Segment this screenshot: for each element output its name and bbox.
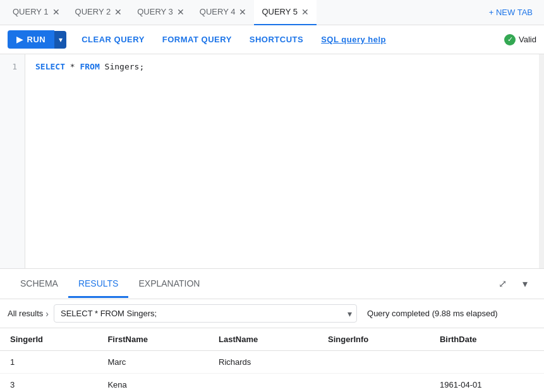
run-dropdown-button[interactable]: ▾ — [54, 31, 66, 49]
sql-help-button[interactable]: SQL query help — [313, 30, 394, 49]
editor-scrollbar[interactable] — [539, 54, 544, 268]
tab-results[interactable]: RESULTS — [68, 271, 129, 298]
close-tab-2-icon[interactable]: ✕ — [114, 7, 122, 17]
table-cell-firstname: Marc — [97, 351, 209, 374]
table-cell-singerinfo — [318, 351, 430, 374]
clear-query-button[interactable]: CLEAR QUERY — [74, 30, 152, 49]
tab-query-3-label: QUERY 3 — [137, 7, 173, 16]
col-singerid: SingerId — [0, 328, 97, 351]
expand-icon[interactable]: ⤢ — [493, 275, 511, 293]
table-cell-singerid: 1 — [0, 351, 97, 374]
col-firstname: FirstName — [97, 328, 209, 351]
collapse-icon[interactable]: ▾ — [516, 275, 534, 293]
col-singerinfo: SingerInfo — [318, 328, 430, 351]
close-tab-3-icon[interactable]: ✕ — [177, 7, 184, 17]
table-cell-singerid: 3 — [0, 374, 97, 393]
kw-from: FROM — [80, 62, 99, 71]
all-results-label: All results — [8, 309, 43, 318]
table-header-row: SingerId FirstName LastName SingerInfo B… — [0, 328, 544, 351]
valid-badge: ✓ Valid — [504, 34, 536, 45]
line-number-1: 1 — [8, 61, 17, 74]
tab-query-1[interactable]: QUERY 1 ✕ — [5, 0, 68, 25]
table-cell-firstname: Kena — [97, 374, 209, 393]
close-tab-5-icon[interactable]: ✕ — [301, 7, 309, 17]
data-table: SingerId FirstName LastName SingerInfo B… — [0, 328, 544, 392]
table-cell-birthdate — [430, 351, 544, 374]
all-results-chevron-icon: › — [45, 309, 49, 319]
table-row: 1MarcRichards — [0, 351, 544, 374]
run-play-icon: ▶ — [16, 35, 23, 44]
new-tab-button[interactable]: + NEW TAB — [483, 5, 539, 20]
code-editor[interactable]: SELECT * FROM Singers; — [25, 54, 544, 268]
tab-query-3[interactable]: QUERY 3 ✕ — [130, 0, 192, 25]
results-tabs: SCHEMA RESULTS EXPLANATION ⤢ ▾ — [0, 269, 544, 299]
table-row: 3Kena1961-04-01 — [0, 374, 544, 393]
run-chevron-icon: ▾ — [59, 35, 63, 44]
tab-results-label: RESULTS — [78, 278, 119, 288]
results-table: SingerId FirstName LastName SingerInfo B… — [0, 328, 544, 392]
code-star: * — [70, 62, 80, 71]
line-numbers: 1 — [0, 54, 25, 268]
tab-bar: QUERY 1 ✕ QUERY 2 ✕ QUERY 3 ✕ QUERY 4 ✕ … — [0, 0, 544, 25]
table-cell-singerinfo — [318, 374, 430, 393]
tab-query-5-label: QUERY 5 — [262, 7, 298, 16]
valid-label: Valid — [519, 35, 536, 44]
run-button[interactable]: ▶ RUN — [8, 30, 54, 49]
all-results-button[interactable]: All results › — [8, 309, 49, 319]
table-cell-lastname: Richards — [209, 351, 318, 374]
query-status: Query completed (9.88 ms elapsed) — [367, 309, 498, 318]
col-birthdate: BirthDate — [430, 328, 544, 351]
editor-area[interactable]: 1 SELECT * FROM Singers; — [0, 54, 544, 269]
format-query-button[interactable]: FORMAT QUERY — [155, 30, 239, 49]
query-select[interactable]: SELECT * FROM Singers; — [54, 304, 357, 323]
tab-schema-label: SCHEMA — [20, 278, 58, 288]
kw-select: SELECT — [35, 62, 65, 71]
col-lastname: LastName — [209, 328, 318, 351]
tab-schema[interactable]: SCHEMA — [10, 271, 68, 298]
tab-explanation[interactable]: EXPLANATION — [128, 271, 210, 298]
valid-check-icon: ✓ — [504, 34, 516, 45]
tab-query-1-label: QUERY 1 — [13, 7, 49, 16]
table-cell-lastname — [209, 374, 318, 393]
tab-query-2[interactable]: QUERY 2 ✕ — [68, 0, 130, 25]
toolbar: ▶ RUN ▾ CLEAR QUERY FORMAT QUERY SHORTCU… — [0, 25, 544, 54]
run-btn-container: ▶ RUN ▾ — [8, 30, 66, 49]
query-select-wrap: SELECT * FROM Singers; ▾ — [54, 304, 357, 323]
shortcuts-button[interactable]: SHORTCUTS — [242, 30, 311, 49]
code-table: Singers; — [105, 62, 145, 71]
tab-query-4-label: QUERY 4 — [200, 7, 236, 16]
tab-query-4[interactable]: QUERY 4 ✕ — [192, 0, 255, 25]
close-tab-1-icon[interactable]: ✕ — [52, 7, 60, 17]
results-icons: ⤢ ▾ — [493, 275, 534, 293]
tab-query-2-label: QUERY 2 — [75, 7, 111, 16]
tab-explanation-label: EXPLANATION — [138, 278, 200, 288]
results-bar: All results › SELECT * FROM Singers; ▾ Q… — [0, 299, 544, 328]
close-tab-4-icon[interactable]: ✕ — [239, 7, 246, 17]
table-cell-birthdate: 1961-04-01 — [430, 374, 544, 393]
run-label: RUN — [27, 35, 46, 44]
tab-query-5[interactable]: QUERY 5 ✕ — [254, 0, 317, 25]
